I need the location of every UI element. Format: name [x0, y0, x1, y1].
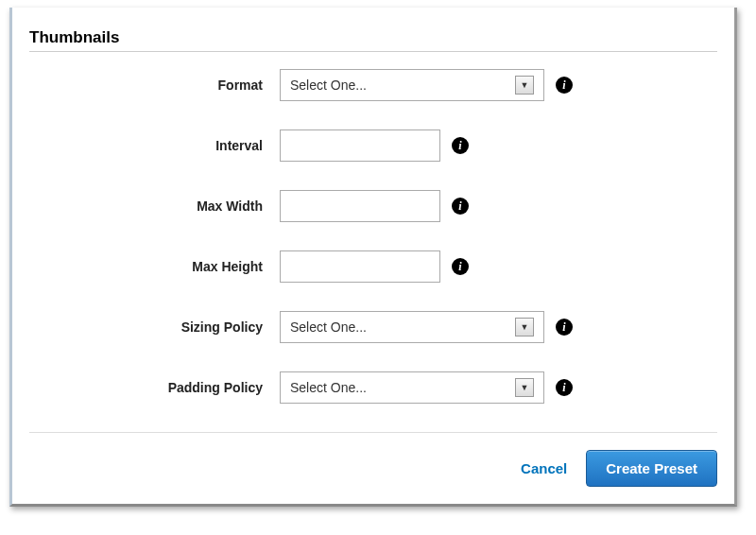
format-select-value: Select One...	[290, 78, 367, 93]
create-preset-button[interactable]: Create Preset	[586, 450, 717, 487]
chevron-down-icon: ▼	[515, 76, 534, 95]
label-padding-policy: Padding Policy	[29, 380, 280, 395]
thumbnails-panel: Thumbnails Format Select One... ▼ i Inte…	[9, 8, 737, 507]
torn-edge	[29, 15, 717, 25]
info-icon[interactable]: i	[556, 379, 573, 396]
row-max-width: Max Width i	[29, 190, 717, 222]
row-max-height: Max Height i	[29, 250, 717, 283]
row-interval: Interval i	[29, 129, 717, 162]
info-icon[interactable]: i	[556, 319, 573, 336]
cancel-button[interactable]: Cancel	[521, 460, 567, 476]
row-sizing-policy: Sizing Policy Select One... ▼ i	[29, 311, 717, 343]
max-height-input[interactable]	[280, 250, 440, 283]
label-format: Format	[29, 78, 280, 93]
label-max-height: Max Height	[29, 259, 280, 274]
padding-policy-value: Select One...	[290, 380, 367, 395]
label-interval: Interval	[29, 138, 280, 153]
row-format: Format Select One... ▼ i	[29, 69, 717, 101]
info-icon[interactable]: i	[452, 198, 469, 215]
divider	[29, 51, 717, 52]
chevron-down-icon: ▼	[515, 318, 534, 337]
info-icon[interactable]: i	[452, 137, 469, 154]
interval-input[interactable]	[280, 129, 440, 162]
chevron-down-icon: ▼	[515, 378, 534, 397]
footer: Cancel Create Preset	[29, 432, 717, 487]
info-icon[interactable]: i	[556, 77, 573, 94]
label-sizing-policy: Sizing Policy	[29, 319, 280, 335]
info-icon[interactable]: i	[452, 258, 469, 275]
row-padding-policy: Padding Policy Select One... ▼ i	[29, 371, 717, 404]
max-width-input[interactable]	[280, 190, 440, 222]
section-title: Thumbnails	[29, 28, 717, 47]
format-select[interactable]: Select One... ▼	[280, 69, 544, 101]
label-max-width: Max Width	[29, 198, 280, 214]
sizing-policy-select[interactable]: Select One... ▼	[280, 311, 544, 343]
sizing-policy-value: Select One...	[290, 319, 367, 335]
padding-policy-select[interactable]: Select One... ▼	[280, 371, 544, 404]
